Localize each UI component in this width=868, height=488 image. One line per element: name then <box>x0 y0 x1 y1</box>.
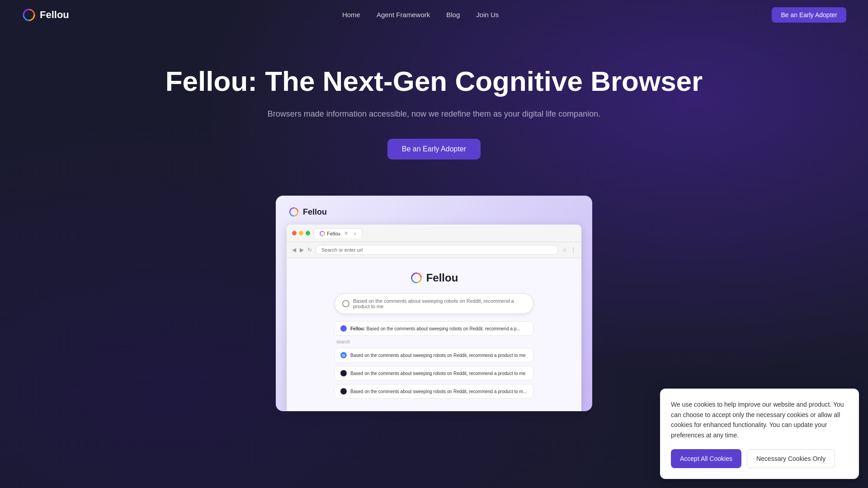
search-icon <box>342 300 349 307</box>
browser-outer-card: Fellou Fellou ✕ <box>276 196 592 411</box>
cookie-buttons: Accept All Cookies Necessary Cookies Onl… <box>671 449 848 468</box>
hero-cta-button[interactable]: Be an Early Adopter <box>387 139 481 160</box>
hero-section: Fellou: The Next-Gen Cognitive Browser B… <box>0 30 868 187</box>
result-icon-dark-2 <box>340 388 347 394</box>
cookie-banner-text: We use cookies to help improve our websi… <box>671 399 848 440</box>
search-placeholder-text: Based on the comments about sweeping rob… <box>353 298 526 309</box>
result-icon-fellou <box>340 325 347 332</box>
navbar-cta-button[interactable]: Be an Early Adopter <box>772 7 846 23</box>
hero-subtitle: Browsers made information accessible, no… <box>11 109 857 119</box>
dot-green <box>306 231 310 235</box>
refresh-icon[interactable]: ↻ <box>307 247 312 253</box>
content-logo-icon <box>410 272 423 284</box>
result-dark-2-text: Based on the comments about sweeping rob… <box>350 389 527 394</box>
browser-content: Fellou Based on the comments about sweep… <box>287 258 581 411</box>
result-icon-google: G <box>340 352 347 358</box>
browser-dots <box>292 231 310 235</box>
mockup-container: Fellou Fellou ✕ <box>0 196 868 411</box>
cookie-banner: We use cookies to help improve our websi… <box>660 389 859 479</box>
result-google: G Based on the comments about sweeping r… <box>335 348 533 362</box>
nav-agent-framework[interactable]: Agent Framework <box>377 11 430 19</box>
nav-join-us[interactable]: Join Us <box>476 11 499 19</box>
browser-address-bar: ◀ ▶ ↻ Search or enter url ☆ ⋮ <box>287 242 581 258</box>
result-dark-1: Based on the comments about sweeping rob… <box>335 366 533 380</box>
accept-all-cookies-button[interactable]: Accept All Cookies <box>671 449 741 468</box>
forward-arrow-icon[interactable]: ▶ <box>300 247 304 253</box>
browser-content-logo-text: Fellou <box>426 272 458 284</box>
necessary-cookies-button[interactable]: Necessary Cookies Only <box>747 449 835 468</box>
browser-tab[interactable]: Fellou ✕ + <box>314 228 362 238</box>
browser-titlebar: Fellou ✕ + <box>287 225 581 242</box>
result-fellou: Fellou: Based on the comments about swee… <box>335 321 533 336</box>
bookmark-icon[interactable]: ☆ <box>562 247 567 253</box>
browser-outer-logo-text: Fellou <box>303 207 327 217</box>
logo-link[interactable]: Fellou <box>22 8 69 22</box>
dot-red <box>292 231 297 235</box>
svg-point-0 <box>23 9 35 21</box>
more-icon[interactable]: ⋮ <box>571 247 576 253</box>
logo-icon <box>22 8 36 22</box>
address-bar-input[interactable]: Search or enter url <box>316 245 558 255</box>
nav-links: Home Agent Framework Blog Join Us <box>342 11 499 19</box>
logo-text: Fellou <box>40 9 69 21</box>
tab-favicon <box>320 231 325 236</box>
browser-outer-header: Fellou <box>287 206 581 217</box>
result-google-text: Based on the comments about sweeping rob… <box>350 353 525 358</box>
back-arrow-icon[interactable]: ◀ <box>292 247 296 253</box>
navbar: Fellou Home Agent Framework Blog Join Us… <box>0 0 868 30</box>
result-icon-dark-1 <box>340 370 347 376</box>
result-dark-2: Based on the comments about sweeping rob… <box>335 384 533 399</box>
dot-yellow <box>299 231 303 235</box>
nav-blog[interactable]: Blog <box>446 11 460 19</box>
result-label-search: search <box>335 339 533 344</box>
browser-content-logo: Fellou <box>296 272 572 284</box>
result-dark-1-text: Based on the comments about sweeping rob… <box>350 371 525 376</box>
nav-home[interactable]: Home <box>342 11 360 19</box>
result-fellou-text: Fellou: Based on the comments about swee… <box>350 326 520 331</box>
browser-outer-logo-icon <box>288 206 299 217</box>
browser-tab-label: Fellou <box>327 231 340 236</box>
address-bar-text: Search or enter url <box>321 247 363 253</box>
browser-window: Fellou ✕ + ◀ ▶ ↻ Search or enter url ☆ ⋮ <box>287 225 581 411</box>
browser-search-bar[interactable]: Based on the comments about sweeping rob… <box>335 293 533 314</box>
hero-title: Fellou: The Next-Gen Cognitive Browser <box>11 66 857 97</box>
